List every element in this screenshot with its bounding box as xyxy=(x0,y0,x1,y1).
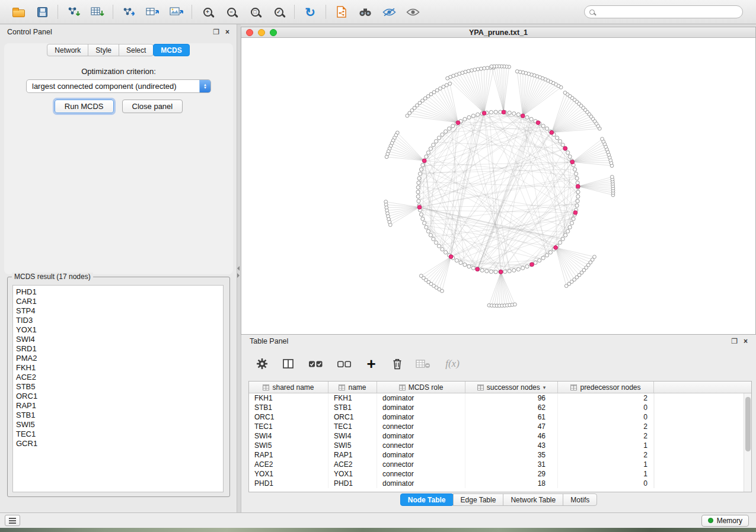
cell-succ: 62 xyxy=(465,403,558,412)
mcds-result-item[interactable]: SWI5 xyxy=(16,420,223,430)
mcds-result-item[interactable]: GCR1 xyxy=(16,439,223,448)
export-network-button[interactable] xyxy=(117,2,140,21)
minimize-window-button[interactable] xyxy=(258,29,265,36)
cell-shared: ACE2 xyxy=(249,460,328,469)
criterion-select[interactable]: largest connected component (undirected)… xyxy=(26,79,211,93)
table-row[interactable]: SWI4SWI4dominator462 xyxy=(249,431,751,441)
mcds-result-item[interactable]: CAR1 xyxy=(16,297,223,306)
create-column-button[interactable]: + xyxy=(363,356,379,371)
table-row[interactable]: SWI5SWI5connector431 xyxy=(249,441,751,450)
save-session-button[interactable] xyxy=(31,2,53,21)
cell-name: STB1 xyxy=(328,403,377,412)
table-row[interactable]: ACE2ACE2connector311 xyxy=(249,460,751,469)
unselect-all-columns-button[interactable] xyxy=(335,356,353,371)
show-hide-button[interactable] xyxy=(401,2,424,21)
network-canvas[interactable] xyxy=(241,38,755,334)
function-builder-button-disabled[interactable]: f(x) xyxy=(442,356,463,371)
memory-button[interactable]: Memory xyxy=(701,515,749,527)
table-row[interactable]: ORC1ORC1dominator610 xyxy=(249,412,751,422)
search-input[interactable] xyxy=(598,8,738,16)
table-settings-button[interactable] xyxy=(254,356,270,371)
zoom-in-button[interactable]: + xyxy=(196,2,219,21)
node-table-body: FKH1FKH1dominator962STB1STB1dominator620… xyxy=(249,393,751,488)
tab-edge-table[interactable]: Edge Table xyxy=(453,493,504,506)
cell-shared: RAP1 xyxy=(249,450,328,460)
export-table-button[interactable] xyxy=(141,2,164,21)
close-panel-button[interactable]: × xyxy=(225,28,229,36)
open-file-button[interactable] xyxy=(7,2,30,21)
table-row[interactable]: TEC1TEC1connector472 xyxy=(249,422,751,431)
mcds-result-item[interactable]: STP4 xyxy=(16,306,223,316)
tab-select[interactable]: Select xyxy=(119,44,154,56)
mcds-result-item[interactable]: SWI4 xyxy=(16,335,223,344)
column-header-predecessor-nodes[interactable]: predecessor nodes xyxy=(558,382,654,393)
tab-network[interactable]: Network xyxy=(47,44,88,56)
table-delete-icon xyxy=(416,358,431,369)
network-window-titlebar[interactable]: YPA_prune.txt_1 xyxy=(241,27,755,38)
table-row[interactable]: YOX1YOX1connector291 xyxy=(249,469,751,479)
column-header-name[interactable]: name xyxy=(328,382,377,393)
cell-filler xyxy=(654,479,655,488)
scrollbar-thumb[interactable] xyxy=(745,397,751,451)
collapse-left-icon[interactable] xyxy=(237,266,240,271)
zoom-out-button[interactable]: − xyxy=(220,2,243,21)
zoom-fit-button[interactable]: □ xyxy=(244,2,266,21)
import-table-button[interactable] xyxy=(86,2,109,21)
table-scrollbar[interactable] xyxy=(744,393,751,492)
column-header-successor-nodes[interactable]: successor nodes ▾ xyxy=(465,382,558,393)
close-table-panel-button[interactable]: × xyxy=(744,338,748,345)
export-image-button[interactable] xyxy=(165,2,187,21)
mcds-result-item[interactable]: TEC1 xyxy=(16,430,223,439)
mcds-result-item[interactable]: FKH1 xyxy=(16,363,223,373)
maximize-window-button[interactable] xyxy=(270,29,277,36)
mcds-result-item[interactable]: RAP1 xyxy=(16,401,223,411)
column-header-mcds-role[interactable]: MCDS role xyxy=(377,382,465,393)
cell-filler xyxy=(654,460,655,469)
delete-table-button-disabled[interactable] xyxy=(416,356,431,371)
tab-mcds[interactable]: MCDS xyxy=(153,44,189,56)
tab-node-table[interactable]: Node Table xyxy=(400,493,454,506)
cell-role: dominator xyxy=(377,479,465,488)
delete-column-button[interactable] xyxy=(390,356,405,371)
status-menu-button[interactable] xyxy=(5,515,20,526)
mcds-result-item[interactable]: PMA2 xyxy=(16,354,223,363)
collapse-right-icon[interactable] xyxy=(237,273,240,278)
select-all-columns-button[interactable] xyxy=(307,356,324,371)
mcds-result-item[interactable]: ORC1 xyxy=(16,392,223,401)
mcds-result-item[interactable]: SRD1 xyxy=(16,344,223,354)
zoom-selected-button[interactable]: ✓ xyxy=(267,2,290,21)
cell-filler xyxy=(654,441,655,450)
table-row[interactable]: FKH1FKH1dominator962 xyxy=(249,393,751,403)
mcds-result-item[interactable]: ACE2 xyxy=(16,373,223,382)
mcds-result-item[interactable]: TID3 xyxy=(16,316,223,325)
close-window-button[interactable] xyxy=(246,29,253,36)
mcds-result-item[interactable]: PHD1 xyxy=(16,287,223,297)
table-row[interactable]: RAP1RAP1dominator352 xyxy=(249,450,751,460)
mcds-result-list[interactable]: PHD1CAR1STP4TID3YOX1SWI4SRD1PMA2FKH1ACE2… xyxy=(12,285,224,492)
float-panel-button[interactable]: ❐ xyxy=(213,28,219,36)
search-box[interactable] xyxy=(584,5,743,18)
network-document-button[interactable] xyxy=(330,2,353,21)
criterion-selected-value: largest connected component (undirected) xyxy=(27,82,199,91)
table-row[interactable]: PHD1PHD1dominator180 xyxy=(249,479,751,488)
cell-succ: 18 xyxy=(465,479,558,488)
run-mcds-button[interactable]: Run MCDS xyxy=(55,100,114,113)
cell-filler xyxy=(654,469,655,479)
close-mcds-panel-button[interactable]: Close panel xyxy=(122,100,183,113)
mcds-result-item[interactable]: STB1 xyxy=(16,411,223,420)
tab-motifs[interactable]: Motifs xyxy=(563,493,597,506)
annotation-eye-button[interactable] xyxy=(378,2,400,21)
import-network-button[interactable] xyxy=(62,2,85,21)
save-icon xyxy=(37,7,47,17)
mcds-result-item[interactable]: YOX1 xyxy=(16,325,223,335)
mcds-result-item[interactable]: STB5 xyxy=(16,382,223,392)
table-row[interactable]: STB1STB1dominator620 xyxy=(249,403,751,412)
eye-slash-icon xyxy=(382,8,396,17)
search-network-button[interactable] xyxy=(354,2,377,21)
show-columns-button[interactable] xyxy=(280,356,296,371)
tab-network-table[interactable]: Network Table xyxy=(503,493,563,506)
float-table-panel-button[interactable]: ❐ xyxy=(731,338,738,345)
apply-layout-button[interactable]: ↻ xyxy=(299,2,321,21)
tab-style[interactable]: Style xyxy=(88,44,119,56)
column-header-shared-name[interactable]: shared name xyxy=(249,382,328,393)
